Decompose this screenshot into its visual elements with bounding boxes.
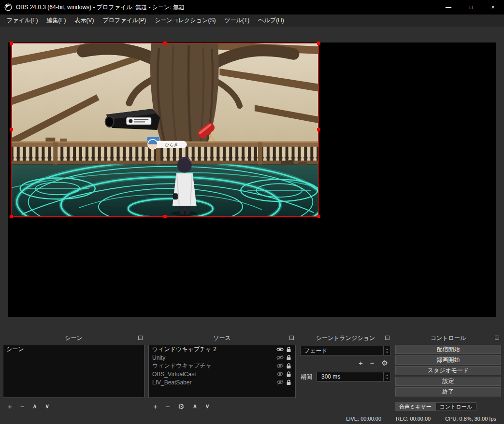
exit-button[interactable]: 終了 — [395, 387, 501, 396]
menu-edit[interactable]: 編集(E) — [42, 14, 70, 27]
close-button[interactable]: × — [482, 0, 504, 14]
scenes-panel: シーン シーン + − ∧ ∨ — [2, 333, 145, 413]
dock-float-icon[interactable] — [385, 336, 389, 340]
source-row[interactable]: ウィンドウキャプチャ 2 — [149, 345, 295, 353]
transition-buttons: + − ⚙ — [359, 359, 388, 367]
obs-window: OBS 24.0.3 (64-bit, windows) - プロファイル: 無… — [0, 0, 504, 424]
settings-button[interactable]: 設定 — [395, 377, 501, 386]
scenes-panel-title: シーン — [65, 334, 83, 342]
visibility-off-icon[interactable] — [275, 355, 284, 360]
source-properties-button[interactable]: ⚙ — [178, 403, 185, 410]
controls-panel-header: コントロール — [395, 333, 502, 343]
scene-name: シーン — [6, 345, 24, 353]
lock-icon[interactable] — [284, 380, 293, 385]
selection-handle[interactable] — [10, 128, 13, 131]
selection-handle[interactable] — [317, 128, 320, 131]
selection-handle[interactable] — [163, 42, 167, 45]
selection-handle[interactable] — [10, 42, 13, 45]
transition-select-spinner[interactable]: ▲ ▼ — [383, 346, 390, 355]
source-row[interactable]: LIV_BeatSaber — [149, 378, 295, 386]
nametag-label: ひらき — [165, 142, 178, 147]
maximize-button[interactable]: □ — [460, 0, 482, 14]
menu-help[interactable]: ヘルプ(H) — [254, 14, 288, 27]
live-status: LIVE: 00:00:00 — [346, 416, 381, 422]
visibility-icon[interactable] — [275, 347, 284, 352]
remove-transition-button[interactable]: − — [370, 359, 374, 367]
selection-handle[interactable] — [317, 42, 320, 45]
obs-logo-icon — [4, 3, 12, 11]
lock-icon[interactable] — [284, 371, 293, 377]
source-name: Unity — [151, 354, 275, 361]
video-source[interactable]: ひらき — [11, 43, 319, 217]
minimize-button[interactable]: — — [437, 0, 460, 14]
menu-profile[interactable]: プロファイル(P) — [98, 14, 150, 27]
source-name: ウィンドウキャプチャ — [151, 362, 275, 370]
vr-scene-preview: ひらき — [12, 43, 318, 216]
sources-panel-title: ソース — [213, 334, 231, 342]
preview-canvas: ひらき — [8, 42, 496, 317]
transition-selected-value: フェード — [304, 347, 328, 355]
tab-audio-mixer[interactable]: 音声ミキサー — [395, 402, 435, 411]
scene-up-button[interactable]: ∧ — [33, 403, 37, 409]
transitions-panel: シーントランジション フェード ▲ ▼ + − ⚙ 期間 300 ms ▲ ▼ — [299, 333, 392, 413]
transitions-panel-title: シーントランジション — [316, 334, 375, 342]
dock-float-icon[interactable] — [289, 336, 294, 340]
titlebar: OBS 24.0.3 (64-bit, windows) - プロファイル: 無… — [0, 0, 504, 14]
source-name: ウィンドウキャプチャ 2 — [151, 345, 275, 353]
tab-controls[interactable]: コントロール — [435, 402, 476, 411]
duration-label: 期間 — [301, 373, 312, 381]
visibility-off-icon[interactable] — [275, 363, 284, 368]
cpu-status: CPU: 0.8%, 30.00 fps — [445, 416, 496, 422]
transition-select[interactable]: フェード ▲ ▼ — [300, 346, 391, 355]
menu-file[interactable]: ファイル(F) — [2, 14, 42, 27]
dock-float-icon[interactable] — [495, 336, 499, 340]
add-transition-button[interactable]: + — [359, 359, 363, 367]
sources-list: ウィンドウキャプチャ 2 Unity ウィンドウキャプチャ — [148, 345, 296, 398]
studio-mode-button[interactable]: スタジオモード — [395, 366, 501, 375]
dock-float-icon[interactable] — [138, 336, 143, 340]
sources-panel: ソース ウィンドウキャプチャ 2 Unity — [148, 333, 296, 413]
remove-source-button[interactable]: − — [166, 403, 170, 410]
lock-icon[interactable] — [284, 355, 293, 361]
spin-down-icon[interactable]: ▼ — [386, 377, 389, 380]
duration-spinner[interactable]: ▲ ▼ — [383, 372, 390, 381]
start-recording-button[interactable]: 録画開始 — [395, 355, 501, 365]
duration-row: 期間 300 ms ▲ ▼ — [301, 372, 391, 382]
menu-scene-collection[interactable]: シーンコレクション(S) — [150, 14, 220, 27]
lock-icon[interactable] — [284, 363, 293, 369]
scene-down-button[interactable]: ∨ — [45, 403, 49, 409]
controls-panel: コントロール 配信開始 録画開始 スタジオモード 設定 終了 — [395, 333, 502, 413]
source-name: LIV_BeatSaber — [151, 379, 275, 386]
source-up-button[interactable]: ∧ — [193, 403, 197, 409]
sources-panel-header: ソース — [148, 333, 296, 343]
source-row[interactable]: ウィンドウキャプチャ — [149, 362, 295, 370]
visibility-off-icon[interactable] — [275, 371, 284, 377]
rec-status: REC: 00:00:00 — [396, 416, 431, 422]
selection-handle[interactable] — [10, 215, 13, 218]
add-scene-button[interactable]: + — [8, 403, 12, 410]
lock-icon[interactable] — [284, 347, 293, 353]
duration-value: 300 ms — [321, 373, 340, 380]
dock-tabbar: 音声ミキサー コントロール — [395, 402, 476, 411]
window-title: OBS 24.0.3 (64-bit, windows) - プロファイル: 無… — [16, 3, 185, 12]
sources-toolbar: + − ⚙ ∧ ∨ — [150, 401, 210, 411]
selection-handle[interactable] — [163, 215, 167, 218]
scene-list-item[interactable]: シーン — [3, 345, 144, 353]
start-streaming-button[interactable]: 配信開始 — [395, 345, 501, 354]
menu-view[interactable]: 表示(V) — [70, 14, 98, 27]
add-source-button[interactable]: + — [153, 403, 158, 410]
menu-tools[interactable]: ツール(T) — [220, 14, 254, 27]
menubar: ファイル(F) 編集(E) 表示(V) プロファイル(P) シーンコレクション(… — [0, 14, 504, 27]
scenes-list: シーン — [3, 345, 144, 398]
source-row[interactable]: Unity — [149, 353, 295, 362]
transitions-panel-header: シーントランジション — [299, 333, 392, 343]
remove-scene-button[interactable]: − — [20, 403, 25, 410]
source-down-button[interactable]: ∨ — [205, 403, 210, 409]
transition-properties-button[interactable]: ⚙ — [382, 359, 388, 367]
source-name: OBS_VirtualCast — [151, 371, 275, 378]
spin-down-icon[interactable]: ▼ — [386, 351, 389, 353]
visibility-off-icon[interactable] — [275, 380, 284, 385]
duration-input[interactable]: 300 ms ▲ ▼ — [317, 372, 391, 382]
source-row[interactable]: OBS_VirtualCast — [149, 370, 295, 378]
selection-handle[interactable] — [317, 215, 320, 218]
